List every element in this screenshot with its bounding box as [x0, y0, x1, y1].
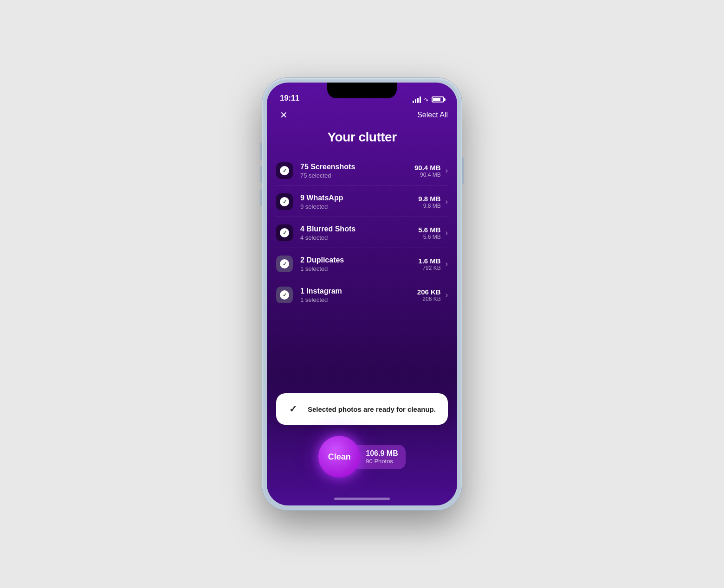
check-icon	[280, 166, 289, 175]
cleanup-notice: Selected photos are ready for cleanup.	[276, 393, 448, 425]
item-checkbox-instagram[interactable]	[276, 287, 293, 303]
item-selected-count: 1 selected	[300, 265, 418, 272]
check-icon	[280, 197, 289, 206]
item-selected-count: 75 selected	[300, 172, 414, 179]
item-size-main: 1.6 MB	[418, 257, 440, 265]
list-item[interactable]: 75 Screenshots 75 selected 90.4 MB 90.4 …	[276, 156, 448, 186]
item-info-duplicates: 2 Duplicates 1 selected	[300, 256, 418, 272]
item-name: 2 Duplicates	[300, 256, 418, 264]
item-selected-count: 1 selected	[300, 296, 417, 303]
item-name: 9 WhatsApp	[300, 194, 418, 202]
phone-screen: 19:11 ∿ ✕ Select All Your clutter	[267, 83, 457, 505]
battery-icon	[432, 96, 444, 102]
home-indicator	[267, 492, 457, 505]
signal-icon	[413, 96, 421, 103]
clean-button[interactable]: Clean	[318, 436, 360, 478]
phone-frame: 19:11 ∿ ✕ Select All Your clutter	[262, 78, 462, 510]
clutter-list: 75 Screenshots 75 selected 90.4 MB 90.4 …	[276, 156, 448, 310]
check-icon	[280, 228, 289, 237]
clean-button-label: Clean	[328, 452, 351, 462]
item-info-blurred: 4 Blurred Shots 4 selected	[300, 225, 418, 241]
status-icons: ∿	[413, 96, 444, 103]
item-size-main: 9.8 MB	[418, 195, 440, 203]
item-name: 75 Screenshots	[300, 163, 414, 171]
item-info-whatsapp: 9 WhatsApp 9 selected	[300, 194, 418, 210]
top-nav: ✕ Select All	[276, 106, 448, 122]
item-checkbox-duplicates[interactable]	[276, 256, 293, 272]
item-name: 1 Instagram	[300, 287, 417, 295]
clean-area: Clean 106.9 MB 90 Photos	[276, 436, 448, 478]
battery-fill	[433, 98, 440, 101]
item-checkbox-whatsapp[interactable]	[276, 193, 293, 210]
clean-stats-photos: 90 Photos	[366, 458, 398, 465]
item-size-whatsapp: 9.8 MB 9.8 MB	[418, 195, 440, 209]
clean-stats-size: 106.9 MB	[366, 449, 398, 458]
item-selected-count: 4 selected	[300, 234, 418, 241]
check-icon	[280, 290, 289, 300]
list-item[interactable]: 9 WhatsApp 9 selected 9.8 MB 9.8 MB ›	[276, 187, 448, 217]
item-size-sub: 206 KB	[417, 296, 441, 302]
item-size-main: 5.6 MB	[418, 226, 440, 234]
select-all-button[interactable]: Select All	[417, 111, 448, 119]
item-size-sub: 90.4 MB	[414, 172, 441, 178]
notch	[327, 83, 397, 98]
item-info-screenshots: 75 Screenshots 75 selected	[300, 163, 414, 179]
item-size-blurred: 5.6 MB 5.6 MB	[418, 226, 440, 240]
close-button[interactable]: ✕	[276, 108, 291, 122]
chevron-right-icon: ›	[446, 260, 448, 268]
list-item[interactable]: 1 Instagram 1 selected 206 KB 206 KB ›	[276, 280, 448, 310]
item-checkbox-blurred[interactable]	[276, 224, 293, 241]
chevron-right-icon: ›	[446, 229, 448, 237]
home-indicator-bar	[334, 498, 390, 500]
page-title: Your clutter	[276, 130, 448, 145]
notice-check-icon	[285, 402, 300, 416]
item-size-screenshots: 90.4 MB 90.4 MB	[414, 164, 441, 178]
check-icon	[280, 259, 289, 268]
item-size-main: 206 KB	[417, 288, 441, 296]
chevron-right-icon: ›	[446, 291, 448, 299]
item-size-duplicates: 1.6 MB 792 KB	[418, 257, 440, 271]
chevron-right-icon: ›	[446, 166, 448, 175]
item-size-main: 90.4 MB	[414, 164, 441, 172]
item-size-instagram: 206 KB 206 KB	[417, 288, 441, 302]
chevron-right-icon: ›	[446, 198, 448, 206]
item-name: 4 Blurred Shots	[300, 225, 418, 233]
main-content: ✕ Select All Your clutter 75 Screenshots…	[267, 106, 457, 492]
item-size-sub: 5.6 MB	[418, 234, 440, 240]
list-item[interactable]: 4 Blurred Shots 4 selected 5.6 MB 5.6 MB…	[276, 218, 448, 248]
status-time: 19:11	[280, 94, 299, 103]
clean-stats[interactable]: 106.9 MB 90 Photos	[356, 445, 405, 469]
item-selected-count: 9 selected	[300, 203, 418, 210]
item-info-instagram: 1 Instagram 1 selected	[300, 287, 417, 303]
item-size-sub: 9.8 MB	[418, 203, 440, 209]
list-item[interactable]: 2 Duplicates 1 selected 1.6 MB 792 KB ›	[276, 249, 448, 279]
item-checkbox-screenshots[interactable]	[276, 162, 293, 179]
bottom-section: Selected photos are ready for cleanup. C…	[276, 393, 448, 492]
item-size-sub: 792 KB	[418, 265, 440, 271]
wifi-icon: ∿	[424, 96, 429, 103]
notice-text: Selected photos are ready for cleanup.	[308, 404, 436, 414]
